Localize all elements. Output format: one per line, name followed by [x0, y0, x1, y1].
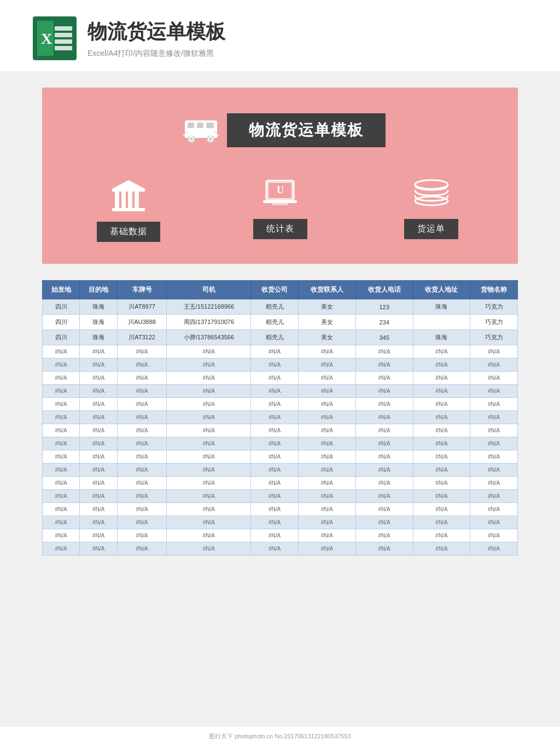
- table-cell: #N/A: [167, 542, 251, 556]
- table-row: #N/A#N/A#N/A#N/A#N/A#N/A#N/A#N/A#N/A: [43, 464, 518, 477]
- table-cell: #N/A: [470, 411, 518, 424]
- table-cell: 123: [355, 299, 413, 315]
- table-cell: #N/A: [470, 490, 518, 503]
- table-cell: #N/A: [80, 358, 117, 372]
- table-row: #N/A#N/A#N/A#N/A#N/A#N/A#N/A#N/A#N/A: [43, 542, 518, 556]
- table-cell: #N/A: [355, 477, 413, 490]
- table-cell: #N/A: [117, 477, 167, 490]
- table-cell: #N/A: [470, 372, 518, 385]
- table-cell: #N/A: [298, 411, 355, 424]
- table-cell: #N/A: [251, 437, 299, 450]
- table-cell: #N/A: [43, 437, 80, 450]
- table-cell: #N/A: [80, 345, 117, 358]
- table-cell: 美女: [298, 299, 355, 315]
- svg-point-16: [209, 137, 212, 141]
- table-row: #N/A#N/A#N/A#N/A#N/A#N/A#N/A#N/A#N/A: [43, 345, 518, 358]
- table-cell: 川AT3122: [117, 330, 167, 345]
- svg-point-32: [415, 180, 448, 189]
- table-cell: #N/A: [117, 437, 167, 450]
- col-header-plate: 车牌号: [117, 281, 167, 299]
- col-header-contact: 收货联系人: [298, 281, 355, 299]
- table-cell: #N/A: [167, 385, 251, 398]
- table-cell: #N/A: [413, 529, 470, 542]
- col-header-company: 收货公司: [251, 281, 299, 299]
- table-header-row: 始发地 目的地 车牌号 司机 收货公司 收货联系人 收货人电话 收货人地址 货物…: [43, 281, 518, 299]
- bank-icon: [109, 178, 148, 213]
- table-cell: #N/A: [43, 464, 80, 477]
- table-cell: #N/A: [43, 424, 80, 437]
- table-cell: #N/A: [470, 529, 518, 542]
- table-cell: #N/A: [251, 529, 299, 542]
- table-cell: #N/A: [43, 385, 80, 398]
- table-cell: 珠海: [413, 330, 470, 345]
- icon-item-waybill[interactable]: 货运单: [361, 178, 501, 242]
- table-cell: 稻壳儿: [251, 299, 299, 315]
- table-cell: #N/A: [167, 477, 251, 490]
- table-cell: #N/A: [43, 529, 80, 542]
- table-cell: #N/A: [80, 411, 117, 424]
- table-cell: #N/A: [355, 529, 413, 542]
- table-cell: #N/A: [43, 358, 80, 372]
- table-row: #N/A#N/A#N/A#N/A#N/A#N/A#N/A#N/A#N/A: [43, 411, 518, 424]
- table-cell: #N/A: [43, 372, 80, 385]
- table-cell: 周四/13717910076: [167, 315, 251, 330]
- table-cell: #N/A: [251, 345, 299, 358]
- table-cell: #N/A: [80, 437, 117, 450]
- table-cell: #N/A: [298, 490, 355, 503]
- banner-title: 物流货运单模板: [227, 113, 386, 147]
- icon-item-statistics[interactable]: U 统计表: [210, 178, 351, 242]
- table-cell: 稻壳儿: [251, 315, 299, 330]
- excel-icon: X: [33, 16, 77, 60]
- bus-icon-container: [175, 109, 227, 151]
- svg-rect-3: [55, 26, 72, 31]
- table-cell: #N/A: [117, 385, 167, 398]
- table-cell: #N/A: [413, 450, 470, 464]
- table-cell: #N/A: [43, 345, 80, 358]
- table-cell: #N/A: [43, 450, 80, 464]
- table-cell: 珠海: [80, 315, 117, 330]
- footer-text: 图行天下 photophoto.cn No.201706131221805375…: [209, 733, 351, 739]
- table-cell: #N/A: [298, 450, 355, 464]
- table-cell: #N/A: [43, 516, 80, 529]
- table-cell: 川AT8977: [117, 299, 167, 315]
- svg-rect-30: [263, 200, 297, 203]
- icon-label-basic-data: 基础数据: [97, 222, 160, 242]
- svg-rect-25: [112, 189, 145, 192]
- table-cell: #N/A: [43, 398, 80, 411]
- svg-text:U: U: [277, 184, 284, 195]
- table-cell: #N/A: [413, 358, 470, 372]
- svg-rect-9: [188, 123, 194, 128]
- table-cell: #N/A: [117, 542, 167, 556]
- table-cell: #N/A: [167, 411, 251, 424]
- table-cell: #N/A: [167, 372, 251, 385]
- svg-rect-6: [55, 46, 72, 50]
- table-cell: #N/A: [167, 450, 251, 464]
- table-cell: #N/A: [413, 398, 470, 411]
- svg-rect-17: [183, 134, 219, 136]
- table-cell: #N/A: [298, 437, 355, 450]
- data-table: 始发地 目的地 车牌号 司机 收货公司 收货联系人 收货人电话 收货人地址 货物…: [42, 280, 518, 556]
- icon-item-basic-data[interactable]: 基础数据: [59, 178, 199, 242]
- table-cell: #N/A: [470, 358, 518, 372]
- table-cell: #N/A: [80, 516, 117, 529]
- table-cell: #N/A: [251, 424, 299, 437]
- table-cell: #N/A: [80, 529, 117, 542]
- table-cell: 四川: [43, 315, 80, 330]
- table-cell: #N/A: [167, 529, 251, 542]
- table-cell: 美女: [298, 330, 355, 345]
- table-cell: #N/A: [80, 385, 117, 398]
- col-header-goods: 货物名称: [470, 281, 518, 299]
- table-row: #N/A#N/A#N/A#N/A#N/A#N/A#N/A#N/A#N/A: [43, 437, 518, 450]
- preview-section: 物流货运单模板 基础数据: [42, 88, 518, 264]
- table-cell: #N/A: [413, 542, 470, 556]
- table-cell: #N/A: [355, 358, 413, 372]
- table-cell: #N/A: [355, 490, 413, 503]
- table-cell: #N/A: [355, 542, 413, 556]
- table-cell: #N/A: [355, 411, 413, 424]
- table-cell: 234: [355, 315, 413, 330]
- table-cell: #N/A: [298, 477, 355, 490]
- col-header-phone: 收货人电话: [355, 281, 413, 299]
- icon-label-waybill: 货运单: [404, 219, 458, 239]
- title-banner: 物流货运单模板: [175, 109, 386, 151]
- table-row: #N/A#N/A#N/A#N/A#N/A#N/A#N/A#N/A#N/A: [43, 503, 518, 516]
